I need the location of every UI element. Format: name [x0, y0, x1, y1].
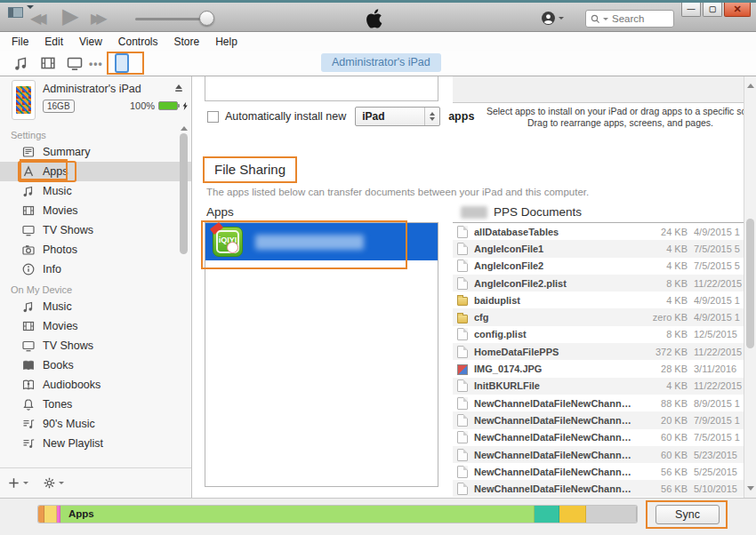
sidebar-scroll-thumb[interactable]: [180, 133, 188, 254]
play-button[interactable]: ▶: [62, 4, 78, 28]
document-row[interactable]: NewChannelDataFileNewChann… 60 KB 5/23/2…: [453, 446, 744, 463]
capacity-segment: [44, 506, 57, 523]
scroll-up-icon[interactable]: [181, 123, 188, 131]
more-media-icon[interactable]: •••: [89, 58, 103, 70]
menu-item[interactable]: Controls: [110, 36, 166, 48]
document-row[interactable]: AngleIconFile2.plist 8 KB 11/22/2015: [453, 275, 744, 291]
document-row[interactable]: AngleIconFile2 4 KB 7/5/2015 5: [453, 258, 744, 275]
sidebar-scrollbar[interactable]: [179, 124, 189, 514]
minimize-button[interactable]: —: [681, 3, 701, 17]
file-date: 7/9/2015 1: [694, 415, 744, 426]
stepper-down-icon: [430, 117, 435, 124]
file-size: 56 KB: [643, 467, 688, 477]
device-type-select[interactable]: iPad: [355, 107, 440, 126]
sync-button[interactable]: Sync: [655, 505, 720, 524]
document-row[interactable]: NewChannelDataFileNewChann… 88 KB 8/9/20…: [453, 395, 744, 411]
document-row[interactable]: NewChannelDataFileNewChann… 20 KB 7/9/20…: [453, 411, 744, 428]
add-playlist-button[interactable]: [7, 476, 28, 490]
settings-gear-button[interactable]: [43, 476, 64, 490]
file-type-icon: [457, 260, 468, 272]
menu-item[interactable]: File: [4, 36, 36, 48]
file-type-icon: [457, 277, 468, 290]
eject-button[interactable]: [173, 82, 185, 94]
document-row[interactable]: HomeDataFilePPS 372 KB 11/22/2015: [453, 343, 744, 360]
file-sharing-apps-panel: iQIYI: [205, 222, 438, 487]
document-row[interactable]: baiduplist 4 KB 4/9/2015 1: [453, 291, 744, 308]
sidebar-item[interactable]: New Playlist: [0, 434, 191, 453]
close-button[interactable]: ✕: [724, 3, 751, 17]
document-row[interactable]: NewChannelDataFileNewChann… 56 KB 5/10/2…: [453, 480, 744, 497]
document-row[interactable]: cfg zero KB 4/9/2015 1: [453, 308, 744, 325]
account-menu-button[interactable]: [541, 11, 564, 26]
sidebar-item-icon: [21, 358, 36, 372]
document-row[interactable]: AngleIconFile1 4 KB 7/5/2015 5: [453, 240, 744, 257]
file-size: 28 KB: [643, 363, 688, 374]
content-scrollbar[interactable]: [744, 76, 756, 498]
sidebar-item[interactable]: Books: [0, 355, 191, 375]
file-type-icon: [457, 226, 468, 238]
rewind-button[interactable]: ◀◀: [30, 10, 42, 27]
apps-column-heading: Apps: [206, 205, 234, 219]
sidebar-item[interactable]: Music: [0, 181, 191, 201]
file-name: baiduplist: [474, 295, 643, 306]
file-type-icon: [457, 315, 468, 323]
sidebar-item[interactable]: Tones: [0, 395, 191, 414]
scroll-up-icon[interactable]: [747, 80, 754, 88]
file-size: 88 KB: [643, 398, 688, 409]
sidebar-item[interactable]: TV Shows: [0, 220, 191, 240]
menu-item[interactable]: Store: [166, 36, 208, 48]
sidebar-item-icon: [21, 378, 36, 392]
ipad-device-icon[interactable]: [115, 53, 129, 73]
document-row[interactable]: NewChannelDataFileNewChann… 56 KB 5/25/2…: [453, 463, 744, 480]
capacity-segment: [535, 506, 559, 523]
document-row[interactable]: InitBKURLFile 4 KB 11/22/2015: [453, 378, 744, 395]
volume-slider-track[interactable]: [135, 18, 206, 20]
content-scroll-thumb[interactable]: [746, 219, 754, 348]
search-box[interactable]: [585, 10, 674, 28]
movies-nav-icon[interactable]: [39, 54, 57, 72]
sidebar-item[interactable]: Movies: [0, 201, 191, 220]
file-name: NewChannelDataFileNewChann…: [474, 398, 643, 409]
file-type-icon: [457, 449, 468, 461]
file-type-icon: [457, 364, 468, 375]
document-row[interactable]: NewChannelDataFileNewChann… 60 KB 7/5/20…: [453, 429, 744, 446]
on-my-device-section-label: On My Device: [0, 279, 191, 297]
sidebar-item[interactable]: Info: [0, 260, 191, 279]
sidebar-item[interactable]: Movies: [0, 316, 191, 336]
menu-item[interactable]: Edit: [36, 36, 71, 48]
tv-shows-nav-icon[interactable]: [66, 54, 84, 72]
sidebar-item[interactable]: TV Shows: [0, 336, 191, 355]
file-name: NewChannelDataFileNewChann…: [474, 450, 643, 460]
menu-item[interactable]: View: [71, 36, 110, 48]
plus-icon: [7, 476, 20, 490]
sidebar-item[interactable]: Apps: [0, 162, 191, 181]
sidebar-item[interactable]: Photos: [0, 240, 191, 260]
document-row[interactable]: config.plist 8 KB 12/5/2015: [453, 326, 744, 343]
music-nav-icon[interactable]: [12, 54, 30, 72]
sidebar-item[interactable]: Audiobooks: [0, 375, 191, 395]
sidebar-item-label: Movies: [43, 204, 78, 217]
mini-player-icon[interactable]: [8, 7, 23, 18]
fast-forward-button[interactable]: ▶▶: [91, 10, 102, 27]
select-stepper[interactable]: [424, 108, 439, 125]
file-date: 7/5/2015 5: [694, 260, 744, 271]
menu-item[interactable]: Help: [207, 36, 245, 48]
sidebar-item-label: Info: [43, 263, 61, 275]
maximize-button[interactable]: ▢: [703, 3, 722, 17]
settings-items: Summary Apps Music: [0, 142, 191, 279]
document-row[interactable]: IMG_0174.JPG 28 KB 3/11/2016: [453, 360, 744, 377]
file-date: 11/22/2015: [694, 380, 744, 391]
search-input[interactable]: [610, 12, 667, 25]
auto-install-checkbox[interactable]: [207, 111, 219, 123]
shared-app-row[interactable]: iQIYI: [205, 223, 438, 260]
settings-section-label: Settings: [0, 124, 191, 142]
auto-install-row: Automatically install new iPad apps: [207, 107, 474, 126]
capacity-bar: [38, 506, 637, 523]
scroll-down-icon[interactable]: [747, 486, 754, 494]
volume-slider-knob[interactable]: [199, 11, 214, 26]
sidebar-item[interactable]: Music: [0, 297, 191, 316]
sidebar-item[interactable]: Summary: [0, 142, 191, 162]
file-name: InitBKURLFile: [474, 380, 643, 391]
document-row[interactable]: allDatabaseTables 24 KB 4/9/2015 1: [453, 223, 744, 240]
sidebar-item[interactable]: 90's Music: [0, 414, 191, 434]
